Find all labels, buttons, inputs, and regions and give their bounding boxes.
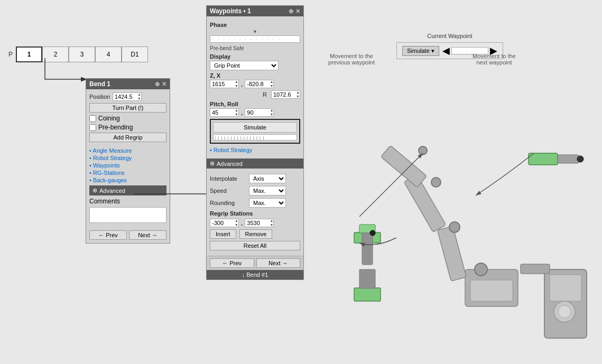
nav-item-d1[interactable]: D1 bbox=[122, 46, 148, 62]
position-label: Position bbox=[89, 94, 110, 100]
close-icon2[interactable]: ✕ bbox=[295, 8, 300, 15]
coining-row: Coining bbox=[89, 115, 166, 122]
regrip2-spin-down[interactable]: ▼ bbox=[270, 223, 273, 227]
position-spin-down[interactable]: ▼ bbox=[137, 97, 141, 101]
interpolate-select[interactable]: Axis bbox=[249, 174, 286, 183]
pin-icon2[interactable]: ⊕ bbox=[289, 8, 293, 15]
phase-label: Phase bbox=[210, 22, 300, 28]
insert-button[interactable]: Insert bbox=[210, 229, 236, 239]
waypoints-title: Waypoints • 1 bbox=[210, 7, 251, 15]
position-spin-up[interactable]: ▲ bbox=[137, 92, 141, 97]
pitch-spin-up[interactable]: ▲ bbox=[235, 108, 238, 113]
pitch-spin-down[interactable]: ▼ bbox=[235, 113, 238, 117]
advanced-icon: ⊕ bbox=[92, 187, 97, 194]
pin-icon[interactable]: ⊕ bbox=[155, 81, 160, 88]
add-regrip-button[interactable]: Add Regrip bbox=[89, 133, 166, 142]
x-spin-up[interactable]: ▲ bbox=[270, 80, 273, 84]
robot-strategy-link[interactable]: • Robot Strategy bbox=[89, 155, 166, 161]
movement-next-label: Movement to thenext waypoint bbox=[465, 53, 523, 66]
pre-bending-checkbox[interactable] bbox=[89, 124, 96, 131]
z-spin-down[interactable]: ▼ bbox=[235, 84, 238, 88]
display-select[interactable]: Grip Point bbox=[210, 61, 279, 70]
rounding-label: Rounding bbox=[210, 200, 247, 206]
speed-label: Speed bbox=[210, 188, 247, 194]
roll-spin-up[interactable]: ▲ bbox=[270, 108, 273, 113]
waypoints-body: Phase ▼ · · · · · · · · · · · · · Pre-be… bbox=[207, 16, 303, 158]
simulate-button[interactable]: Simulate bbox=[213, 122, 297, 133]
rg-stations-link[interactable]: • RG-Stations bbox=[89, 170, 166, 176]
svg-rect-4 bbox=[470, 280, 513, 301]
advanced-section: ⊕ Advanced bbox=[207, 158, 303, 169]
svg-rect-22 bbox=[354, 288, 381, 301]
simulate-dropdown-icon: ▾ bbox=[431, 48, 434, 54]
rounding-row: Rounding Max. bbox=[210, 198, 300, 208]
regrip1-spin-up[interactable]: ▲ bbox=[235, 219, 238, 223]
r-label: R bbox=[210, 91, 269, 98]
nav-p[interactable]: P bbox=[5, 46, 16, 62]
bend-panel-body: Position ▲ ▼ Turn Part (!) Coining Pre-b… bbox=[86, 89, 170, 243]
phase-track: · · · · · · · · · · · · · bbox=[210, 35, 300, 43]
turn-part-button[interactable]: Turn Part (!) bbox=[89, 103, 166, 113]
regrip-comma: , bbox=[241, 219, 243, 227]
close-icon[interactable]: ✕ bbox=[162, 81, 166, 88]
bend-title: Bend 1 bbox=[89, 80, 110, 88]
svg-point-17 bbox=[577, 156, 584, 162]
svg-point-8 bbox=[475, 263, 487, 276]
x-spin-down[interactable]: ▼ bbox=[270, 84, 273, 88]
back-gauges-link[interactable]: • Back-gauges bbox=[89, 177, 166, 183]
reset-all-button[interactable]: Reset All bbox=[210, 241, 300, 250]
svg-rect-28 bbox=[521, 264, 550, 274]
x-spinner: ▲ ▼ bbox=[245, 80, 274, 88]
z-spin-up[interactable]: ▲ bbox=[235, 80, 238, 84]
robot-strategy-link[interactable]: • Robot Strategy bbox=[210, 147, 300, 153]
angle-measure-link[interactable]: • Angle Measure bbox=[89, 147, 166, 154]
waypoints-panel: Waypoints • 1 ⊕ ✕ Phase ▼ · · · · · · · … bbox=[206, 5, 304, 280]
r-spinner: ▲ ▼ bbox=[271, 90, 300, 99]
speed-row: Speed Max. bbox=[210, 186, 300, 195]
speed-select[interactable]: Max. bbox=[249, 186, 286, 195]
waypoints-link[interactable]: • Waypoints bbox=[89, 162, 166, 169]
phase-marker-arrow: ▼ bbox=[253, 29, 257, 34]
position-spin-arrows: ▲ ▼ bbox=[137, 92, 141, 101]
svg-point-27 bbox=[558, 305, 571, 318]
svg-point-10 bbox=[431, 178, 441, 187]
svg-rect-23 bbox=[359, 269, 375, 288]
regrip1-spin-down[interactable]: ▼ bbox=[235, 223, 238, 227]
remove-button[interactable]: Remove bbox=[239, 229, 273, 239]
display-row: Grip Point bbox=[210, 61, 300, 70]
nav-item-1[interactable]: 1 bbox=[16, 46, 42, 62]
r-spin-up[interactable]: ▲ bbox=[296, 90, 300, 95]
waypoints-header: Waypoints • 1 ⊕ ✕ bbox=[207, 6, 303, 16]
roll-spin-down[interactable]: ▼ bbox=[270, 113, 273, 117]
pitch-roll-row: ▲ ▼ , ▲ ▼ bbox=[210, 108, 300, 117]
nav-item-2[interactable]: 2 bbox=[42, 46, 69, 62]
simulate-track: |||||||||||||||| bbox=[213, 134, 297, 141]
wp-prev-button[interactable]: ← Prev bbox=[210, 258, 254, 268]
regrip1-spinner: ▲ ▼ bbox=[210, 219, 239, 227]
svg-rect-5 bbox=[438, 226, 467, 281]
advanced-label: Advanced bbox=[99, 188, 125, 194]
regrip-row: ▲ ▼ , ▲ ▼ bbox=[210, 219, 300, 227]
zx-row: ▲ ▼ , ▲ ▼ bbox=[210, 80, 300, 88]
nav-item-3[interactable]: 3 bbox=[69, 46, 95, 62]
regrip-stations-label: Regrip Stations bbox=[210, 210, 300, 217]
simulate-mini-btn[interactable]: Simulate ▾ bbox=[402, 46, 439, 56]
interpolate-row: Interpolate Axis bbox=[210, 174, 300, 183]
rounding-select[interactable]: Max. bbox=[249, 198, 286, 208]
regrip2-spin-up[interactable]: ▲ bbox=[270, 219, 273, 223]
pre-bend-safe: Pre-bend Safe bbox=[210, 45, 300, 51]
waypoints-header-icons: ⊕ ✕ bbox=[289, 8, 300, 15]
adv-label: Advanced bbox=[217, 161, 243, 167]
r-spin-down[interactable]: ▼ bbox=[296, 95, 300, 99]
nav-item-4[interactable]: 4 bbox=[95, 46, 122, 62]
r-row: R ▲ ▼ bbox=[210, 90, 300, 99]
svg-rect-14 bbox=[362, 233, 373, 265]
bend-nav-buttons: ← Prev Next → bbox=[89, 230, 166, 240]
wp-next-button[interactable]: Next → bbox=[256, 258, 301, 268]
comments-input[interactable] bbox=[89, 207, 166, 223]
bend-next-button[interactable]: Next → bbox=[129, 230, 166, 240]
coining-checkbox[interactable] bbox=[89, 115, 96, 122]
advanced-section-header: ⊕ Advanced bbox=[89, 185, 166, 195]
prev-waypoint-arrow[interactable]: ◀ bbox=[442, 45, 450, 57]
bend-prev-button[interactable]: ← Prev bbox=[89, 230, 127, 240]
